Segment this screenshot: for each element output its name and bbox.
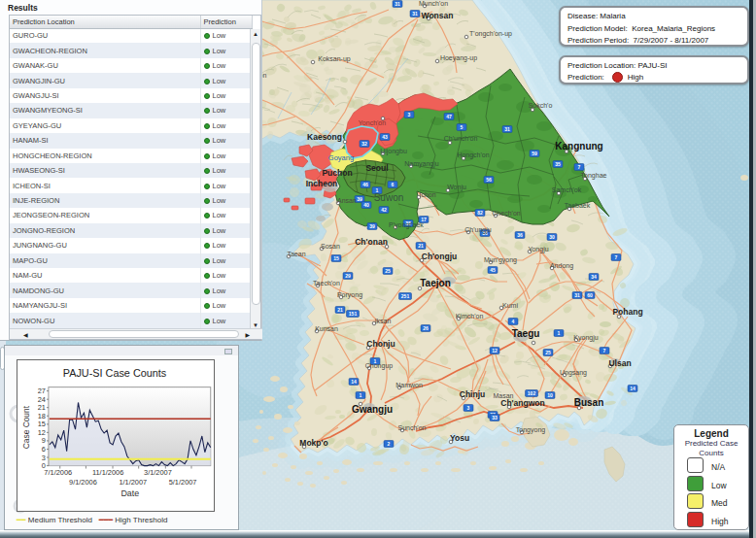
svg-text:4: 4: [512, 319, 515, 324]
svg-text:40: 40: [363, 202, 369, 208]
svg-text:7: 7: [603, 348, 606, 353]
svg-text:Kangnung: Kangnung: [555, 141, 602, 151]
svg-text:10: 10: [547, 392, 553, 398]
svg-text:5/1/2007: 5/1/2007: [169, 478, 197, 487]
svg-text:Iksan: Iksan: [375, 318, 392, 324]
svg-text:1: 1: [360, 392, 362, 398]
svg-text:3: 3: [408, 112, 411, 118]
svg-text:Puchon: Puchon: [322, 168, 352, 178]
svg-text:Taejon: Taejon: [420, 278, 450, 288]
svg-text:Koksan-up: Koksan-up: [318, 55, 351, 63]
svg-text:31: 31: [395, 1, 400, 7]
svg-text:15: 15: [333, 255, 339, 261]
svg-text:25: 25: [385, 268, 391, 274]
svg-text:Ulsan: Ulsan: [608, 358, 631, 368]
svg-text:1: 1: [558, 330, 561, 336]
svg-text:Sosan: Sosan: [321, 243, 340, 250]
svg-text:32: 32: [361, 141, 367, 147]
svg-text:Samch'ok: Samch'ok: [552, 186, 582, 193]
svg-text:Taean: Taean: [287, 251, 305, 257]
svg-text:Date: Date: [120, 488, 139, 498]
svg-text:151: 151: [349, 311, 358, 317]
svg-text:Kyongju: Kyongju: [573, 334, 598, 342]
svg-text:251: 251: [401, 293, 410, 299]
svg-text:Andong: Andong: [550, 262, 573, 270]
svg-text:Pohang: Pohang: [612, 307, 642, 317]
svg-text:Suwon: Suwon: [374, 192, 404, 203]
svg-text:Ch'angwon: Ch'angwon: [500, 398, 544, 408]
svg-text:34: 34: [591, 274, 597, 280]
svg-text:Munch'on: Munch'on: [419, 0, 448, 7]
svg-text:21: 21: [418, 243, 424, 249]
svg-text:Kunsan: Kunsan: [315, 325, 338, 332]
svg-text:Yosu: Yosu: [450, 433, 469, 443]
svg-text:39: 39: [357, 196, 362, 202]
svg-text:56: 56: [486, 177, 492, 183]
svg-text:60: 60: [587, 292, 593, 298]
svg-text:Namyangju: Namyangju: [404, 160, 439, 168]
svg-text:Chinju: Chinju: [460, 389, 485, 399]
svg-text:39: 39: [369, 223, 375, 229]
svg-text:Ch'unch'on: Ch'unch'on: [444, 135, 478, 142]
svg-text:Wonju: Wonju: [447, 184, 466, 191]
svg-text:Goyang: Goyang: [328, 153, 354, 162]
svg-text:Gwangju: Gwangju: [352, 404, 393, 415]
svg-text:Mun'gyong: Mun'gyong: [484, 256, 517, 264]
svg-text:7/1/2006: 7/1/2006: [44, 468, 72, 477]
svg-text:21: 21: [337, 307, 343, 313]
svg-text:Ungsang: Ungsang: [560, 369, 587, 377]
svg-text:T'ongch'on-up: T'ongch'on-up: [469, 30, 512, 38]
svg-text:7: 7: [615, 254, 618, 260]
svg-text:7: 7: [578, 164, 581, 170]
svg-text:Taegu: Taegu: [512, 328, 540, 339]
svg-text:Namwon: Namwon: [395, 382, 423, 388]
svg-text:31: 31: [504, 126, 510, 132]
svg-text:30: 30: [549, 234, 555, 240]
svg-text:42: 42: [381, 207, 387, 213]
svg-text:35: 35: [555, 161, 561, 167]
svg-text:Sokch'o: Sokch'o: [529, 102, 553, 109]
svg-text:6: 6: [392, 182, 395, 187]
svg-text:Chech'on: Chech'on: [492, 210, 520, 217]
svg-text:9/1/2006: 9/1/2006: [69, 478, 97, 487]
svg-text:45: 45: [490, 267, 496, 273]
svg-text:Chonju: Chonju: [366, 339, 395, 349]
svg-text:Taebaek: Taebaek: [565, 202, 591, 209]
svg-text:Tongyong: Tongyong: [516, 426, 545, 434]
svg-text:102: 102: [528, 390, 536, 396]
svg-text:Tonghae: Tonghae: [581, 172, 607, 180]
svg-text:Hoeyang-up: Hoeyang-up: [440, 54, 477, 62]
svg-text:Case Count: Case Count: [21, 405, 31, 449]
svg-text:Ichon: Ichon: [419, 191, 435, 198]
svg-text:Kaesong: Kaesong: [307, 132, 342, 142]
svg-text:12: 12: [492, 348, 498, 353]
svg-text:Chongup: Chongup: [365, 362, 394, 370]
svg-text:Yonch'on: Yonch'on: [359, 119, 386, 126]
svg-text:3/1/2007: 3/1/2007: [144, 468, 172, 477]
svg-text:Incheon: Incheon: [306, 179, 338, 188]
svg-text:Sunch'on: Sunch'on: [398, 424, 427, 431]
svg-text:Hongch'on: Hongch'on: [457, 151, 489, 159]
svg-text:46: 46: [362, 182, 368, 187]
svg-text:14: 14: [630, 386, 636, 391]
svg-text:1/1/2007: 1/1/2007: [119, 478, 147, 487]
svg-text:5: 5: [461, 124, 464, 130]
svg-text:PAJU-SI Case Counts: PAJU-SI Case Counts: [63, 367, 167, 379]
svg-text:14: 14: [351, 379, 357, 385]
svg-text:26: 26: [423, 325, 429, 331]
svg-text:31: 31: [574, 292, 580, 298]
svg-text:2: 2: [388, 441, 391, 447]
svg-text:P'yongt'aek: P'yongt'aek: [389, 221, 424, 229]
svg-text:Kumi: Kumi: [502, 302, 518, 309]
svg-text:25: 25: [545, 350, 551, 355]
svg-text:Ansan: Ansan: [337, 197, 357, 204]
svg-text:36: 36: [517, 232, 523, 238]
svg-text:Kimch'on: Kimch'on: [456, 313, 484, 319]
svg-text:11/1/2006: 11/1/2006: [92, 468, 123, 477]
svg-text:47: 47: [446, 114, 452, 119]
svg-text:Ch'onan: Ch'onan: [355, 237, 388, 247]
svg-text:43: 43: [382, 134, 388, 140]
svg-text:Uijongbu: Uijongbu: [380, 148, 407, 155]
svg-text:3: 3: [467, 405, 470, 411]
svg-text:Ch'ongju: Ch'ongju: [422, 252, 457, 261]
